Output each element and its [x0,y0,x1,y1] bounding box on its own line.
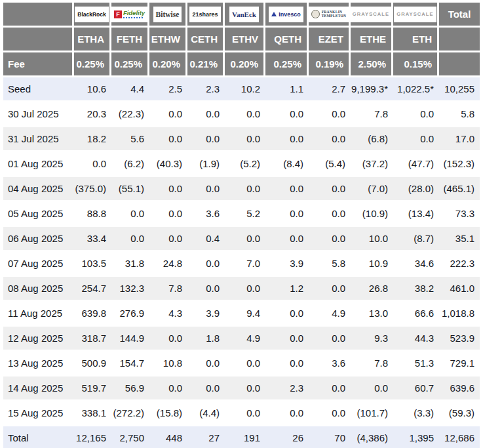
value-cell: 9,199.3* [351,77,393,102]
value-cell: (47.7) [393,152,439,177]
value-cell: 0.0 [225,177,265,202]
table-row: 01 Aug 20250.0(6.2)(40.3)(1.9)(5.2)(8.4)… [3,152,480,177]
ticker-cell-qeth: QETH [265,28,309,52]
value-cell: 3.9 [265,252,309,277]
logo-cell-ceth: 21shares [187,3,225,28]
row-label: 11 Aug 2025 [3,302,74,327]
value-cell: (5.2) [225,152,265,177]
value-cell: 0.0 [309,177,351,202]
value-cell: 0.0 [393,127,439,152]
table-row: 11 Aug 2025639.8276.94.33.99.40.04.913.0… [3,302,480,327]
value-cell: 0.0 [149,377,187,401]
value-cell: 0.0 [265,227,309,252]
value-cell: 26.8 [351,277,393,302]
corner-cell [3,3,74,28]
value-cell: 10.8 [149,352,187,377]
value-cell: 729.1 [439,352,480,377]
logo-cell-ethe: GRAYSCALE [351,3,393,28]
value-cell: (4.4) [187,401,225,426]
value-cell: 7.8 [351,352,393,377]
value-cell: 338.1 [74,401,111,426]
bitwise-logo: Bitwise [153,7,182,22]
fee-cell-ceth: 0.21% [187,52,225,77]
value-cell: 70 [309,426,351,448]
ticker-cell-etha: ETHA [74,28,111,52]
value-cell: 254.7 [74,277,111,302]
value-cell: 523.9 [439,327,480,352]
table-row: Seed10.64.42.52.310.21.12.79,199.3*1,022… [3,77,480,102]
value-cell: (59.3) [439,401,480,426]
ticker-row-spacer-cell [3,28,74,52]
logo-cell-ethw: Bitwise [149,3,187,28]
fidelity-logo-text: Fidelity [123,10,145,16]
value-cell: 0.0 [265,352,309,377]
value-cell: 519.7 [74,377,111,401]
value-cell: 461.0 [439,277,480,302]
value-cell: 639.8 [74,302,111,327]
ticker-cell-feth: FETH [111,28,149,52]
value-cell: (1.9) [187,152,225,177]
logo-cell-eth: GRAYSCALE [393,3,439,28]
value-cell: 0.0 [265,401,309,426]
ticker-cell-ethw: ETHW [149,28,187,52]
value-cell: (8.7) [393,227,439,252]
value-cell: 0.0 [225,401,265,426]
value-cell: 0.0 [225,352,265,377]
row-label: 04 Aug 2025 [3,177,74,202]
row-label: 14 Aug 2025 [3,377,74,401]
value-cell: 73.3 [439,202,480,227]
value-cell: 34.6 [393,252,439,277]
fidelity-f-mark-icon: F [114,10,122,18]
vaneck-logo: VanEck [229,7,259,22]
row-label: 08 Aug 2025 [3,277,74,302]
value-cell: 1,395 [393,426,439,448]
value-cell: 2.7 [309,77,351,102]
value-cell: 33.4 [74,227,111,252]
value-cell: 10,255 [439,77,480,102]
fidelity-underline-decoration [123,17,143,18]
value-cell: 10.9 [351,252,393,277]
value-cell: 0.0 [111,227,149,252]
value-cell: (37.2) [351,152,393,177]
ticker-cell-ethv: ETHV [225,28,265,52]
vaneck-logo-text: VanEck [232,10,256,18]
value-cell: (28.0) [393,177,439,202]
value-cell: (101.7) [351,401,393,426]
value-cell: 144.9 [111,327,149,352]
row-label: Seed [3,77,74,102]
value-cell: 0.0 [265,302,309,327]
value-cell: 2,750 [111,426,149,448]
value-cell: 0.0 [265,202,309,227]
value-cell: 24.8 [149,252,187,277]
value-cell: (22.3) [111,102,149,127]
value-cell: 5.2 [225,202,265,227]
ticker-cell-ceth: CETH [187,28,225,52]
value-cell: 191 [225,426,265,448]
value-cell: 0.0 [265,127,309,152]
value-cell: 0.0 [149,202,187,227]
row-label: 05 Aug 2025 [3,202,74,227]
issuer-header-row: BlackRockFFidelityBitwise21sharesVanEckI… [3,3,480,28]
value-cell: 26 [265,426,309,448]
value-cell: 0.0 [111,202,149,227]
value-cell: (4,386) [351,426,393,448]
value-cell: 2.5 [149,77,187,102]
value-cell: 154.7 [111,352,149,377]
ticker-row-total-spacer [439,28,480,52]
fee-cell-ethw: 0.20% [149,52,187,77]
fee-cell-etha: 0.25% [74,52,111,77]
value-cell: 0.4 [187,227,225,252]
value-cell: 4.9 [225,327,265,352]
value-cell: 0.0 [149,327,187,352]
fee-cell-ezet: 0.19% [309,52,351,77]
franklin-logo-line2: TEMPLETON [322,14,347,18]
grayscale-logo: GRAYSCALE [394,7,436,22]
value-cell: (7.0) [351,177,393,202]
value-cell: 10.2 [225,77,265,102]
table-row: Total12,1652,750448271912670(4,386)1,395… [3,426,480,448]
value-cell: 9.3 [351,327,393,352]
value-cell: (8.4) [265,152,309,177]
ticker-cell-ezet: EZET [309,28,351,52]
value-cell: 9.4 [225,302,265,327]
value-cell: 0.0 [187,102,225,127]
